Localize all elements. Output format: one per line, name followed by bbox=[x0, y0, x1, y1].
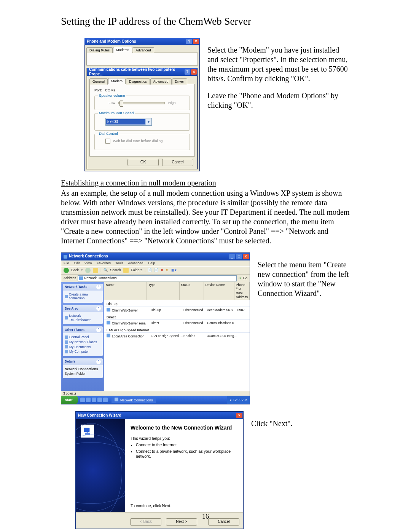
maximize-icon[interactable]: □ bbox=[236, 254, 242, 259]
connections-list: Name Type Status Device Name Phone # or … bbox=[104, 282, 250, 391]
col-type[interactable]: Type bbox=[147, 282, 179, 300]
folders-icon[interactable] bbox=[123, 268, 129, 273]
tab-advanced[interactable]: Advanced bbox=[133, 47, 154, 53]
forward-icon[interactable] bbox=[85, 268, 91, 273]
sidebar-item-create-connection[interactable]: Create a new connection bbox=[65, 292, 101, 301]
delete-icon[interactable]: ✕ bbox=[161, 268, 164, 272]
menu-edit[interactable]: Edit bbox=[74, 261, 80, 265]
col-name[interactable]: Name bbox=[104, 282, 147, 300]
ql-icon[interactable] bbox=[86, 398, 91, 402]
back-label[interactable]: Back bbox=[71, 268, 79, 272]
ql-icon[interactable] bbox=[97, 398, 102, 402]
para-click-next: Click "Next". bbox=[251, 419, 350, 428]
up-icon[interactable] bbox=[93, 268, 98, 273]
address-icon bbox=[79, 276, 83, 280]
search-icon[interactable]: 🔍 bbox=[104, 268, 108, 272]
wait-dialtone-checkbox[interactable] bbox=[105, 139, 110, 144]
side-seealso-header: See Also bbox=[65, 307, 78, 311]
chevron-up-icon[interactable]: ˄ bbox=[96, 306, 101, 311]
chevron-up-icon[interactable]: ˄ bbox=[96, 285, 101, 289]
task-window-icon bbox=[115, 398, 118, 401]
sidebar-item-troubleshooter[interactable]: Network Troubleshooter bbox=[65, 313, 101, 322]
move-icon[interactable]: 📄 bbox=[148, 268, 152, 272]
help-icon[interactable]: ? bbox=[185, 69, 190, 75]
window-icon bbox=[64, 255, 67, 259]
ql-icon[interactable] bbox=[92, 398, 96, 402]
menu-view[interactable]: View bbox=[84, 261, 92, 265]
max-port-speed-group: Maximum Port Speed 57600 ▾ bbox=[94, 113, 190, 131]
go-label[interactable]: Go bbox=[243, 276, 247, 280]
page-number: 16 bbox=[0, 512, 411, 521]
computer-icon bbox=[65, 350, 68, 353]
sidebar-item-my-network[interactable]: My Network Places bbox=[65, 340, 101, 345]
side-details-header: Details bbox=[65, 359, 75, 364]
dialog1-title: Phone and Modem Options bbox=[87, 39, 136, 44]
inner-tab-driver[interactable]: Driver bbox=[172, 78, 187, 85]
sidebar-item-control-panel[interactable]: Control Panel bbox=[65, 335, 101, 340]
tab-modems[interactable]: Modems bbox=[113, 47, 132, 53]
para-create-new-connection: Select the menu item "Create new connect… bbox=[258, 260, 350, 298]
help-icon[interactable]: ? bbox=[186, 39, 192, 44]
speed-legend: Maximum Port Speed bbox=[98, 111, 135, 115]
chevron-up-icon[interactable]: ˄ bbox=[96, 359, 101, 364]
row-chemweb-serial[interactable]: ChemWeb-Server serial Direct Disconnecte… bbox=[104, 320, 250, 326]
details-line1: Network Connections bbox=[65, 367, 101, 372]
close-icon[interactable]: × bbox=[193, 39, 199, 44]
system-tray: ◂ 12:00 AM bbox=[227, 396, 250, 404]
wizard-bullet-private: Connect to a private network, such as yo… bbox=[136, 449, 238, 459]
wizard-title: New Connection Wizard bbox=[78, 413, 121, 418]
wait-dialtone-label: Wait for dial tone before dialing bbox=[113, 139, 163, 143]
ql-icon[interactable] bbox=[80, 398, 85, 402]
group-direct: Direct bbox=[104, 314, 250, 320]
menu-help[interactable]: Help bbox=[148, 261, 155, 265]
copy-icon[interactable]: 📄 bbox=[154, 268, 158, 272]
folders-label[interactable]: Folders bbox=[131, 268, 142, 272]
toolbar: Back ▾ | 🔍 Search Folders | 📄 📄 ✕ ↺ ▦▾ bbox=[61, 266, 250, 274]
cancel-button[interactable]: Cancel bbox=[162, 159, 193, 166]
close-icon[interactable]: × bbox=[236, 413, 242, 418]
search-label[interactable]: Search bbox=[110, 268, 121, 272]
row-chemweb-dialup[interactable]: ChemWeb-Server Dial-up Disconnected Acer… bbox=[104, 307, 250, 313]
menu-advanced[interactable]: Advanced bbox=[128, 261, 143, 265]
menu-favorites[interactable]: Favorites bbox=[97, 261, 111, 265]
inner-tab-general[interactable]: General bbox=[89, 78, 108, 85]
minimize-icon[interactable]: _ bbox=[229, 254, 235, 259]
col-device[interactable]: Device Name bbox=[204, 282, 234, 300]
menubar: File Edit View Favorites Tools Advanced … bbox=[61, 260, 250, 266]
undo-icon[interactable]: ↺ bbox=[166, 268, 169, 272]
chevron-up-icon[interactable]: ˄ bbox=[96, 328, 101, 332]
ql-icon[interactable] bbox=[103, 398, 108, 402]
col-status[interactable]: Status bbox=[180, 282, 204, 300]
back-icon[interactable] bbox=[64, 268, 69, 273]
port-speed-select[interactable]: 57600 ▾ bbox=[105, 118, 152, 126]
close-icon[interactable]: × bbox=[191, 69, 197, 75]
views-icon[interactable]: ▦▾ bbox=[171, 268, 177, 272]
control-panel-icon bbox=[65, 335, 68, 339]
connection-icon bbox=[107, 308, 110, 312]
phone-modem-dialog: Phone and Modem Options ? × Dialing Rule… bbox=[84, 38, 200, 171]
col-phone[interactable]: Phone # or Host Address bbox=[234, 282, 250, 300]
dial-legend: Dial Control bbox=[98, 131, 119, 136]
row-lan[interactable]: Local Area Connection LAN or High-Speed … bbox=[104, 333, 250, 339]
inner-tab-diagnostics[interactable]: Diagnostics bbox=[126, 78, 150, 85]
statusbar: 3 objects bbox=[61, 391, 250, 396]
inner-tab-modem[interactable]: Modem bbox=[108, 78, 126, 84]
start-button[interactable]: start bbox=[61, 396, 78, 404]
sidebar-item-my-documents[interactable]: My Documents bbox=[65, 345, 101, 350]
group-dialup: Dial-up bbox=[104, 301, 250, 307]
tray-icon[interactable]: ◂ bbox=[229, 398, 231, 402]
chevron-down-icon[interactable]: ▾ bbox=[145, 119, 151, 125]
inner-tab-advanced[interactable]: Advanced bbox=[150, 78, 172, 85]
volume-slider[interactable] bbox=[118, 102, 165, 104]
menu-file[interactable]: File bbox=[64, 261, 69, 265]
taskbar-item[interactable]: Network Connections bbox=[112, 397, 156, 403]
close-icon[interactable]: × bbox=[243, 254, 249, 259]
ok-button[interactable]: OK bbox=[127, 159, 159, 166]
go-icon[interactable]: ➔ bbox=[238, 276, 241, 280]
sidebar-item-my-computer[interactable]: My Computer bbox=[65, 349, 101, 354]
tab-dialing-rules[interactable]: Dialing Rules bbox=[86, 47, 113, 53]
para-modem-instructions: Select the "Modem" you have just install… bbox=[207, 45, 350, 83]
menu-tools[interactable]: Tools bbox=[115, 261, 123, 265]
address-input[interactable]: Network Connections bbox=[78, 275, 237, 281]
wizard-continue: To continue, click Next. bbox=[131, 503, 171, 508]
